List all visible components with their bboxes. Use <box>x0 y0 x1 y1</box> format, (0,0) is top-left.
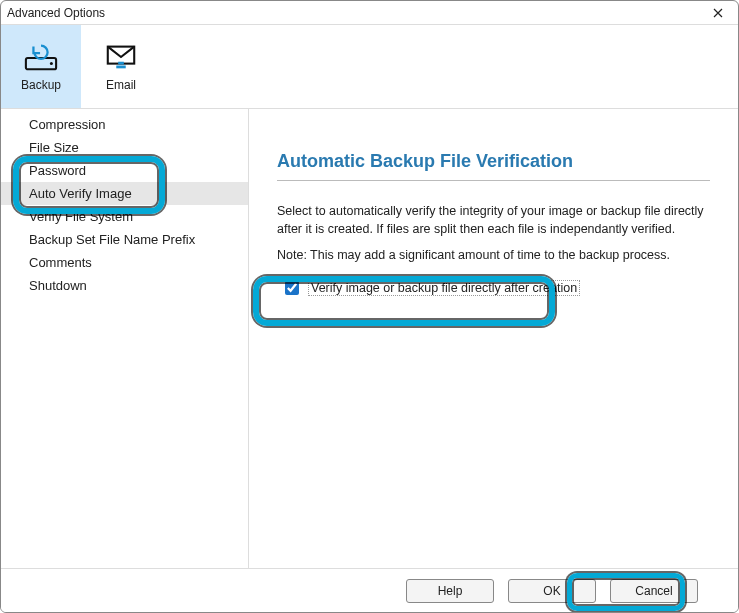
svg-rect-4 <box>116 65 125 68</box>
panel-heading: Automatic Backup File Verification <box>277 151 710 172</box>
verify-checkbox-label[interactable]: Verify image or backup file directly aft… <box>308 280 580 296</box>
settings-panel: Automatic Backup File Verification Selec… <box>249 109 738 568</box>
category-tabs: Backup Email <box>1 25 738 109</box>
verify-checkbox-row: Verify image or backup file directly aft… <box>277 276 710 300</box>
window-title: Advanced Options <box>7 6 704 20</box>
titlebar: Advanced Options <box>1 1 738 25</box>
sidebar-item-auto-verify-image[interactable]: Auto Verify Image <box>1 182 248 205</box>
sidebar-item-backup-set-file-name-prefix[interactable]: Backup Set File Name Prefix <box>1 228 248 251</box>
svg-point-1 <box>50 62 53 65</box>
svg-rect-3 <box>118 61 124 64</box>
panel-description: Select to automatically verify the integ… <box>277 203 710 238</box>
email-icon <box>104 42 138 72</box>
close-icon <box>713 8 723 18</box>
help-button[interactable]: Help <box>406 579 494 603</box>
sidebar: Compression File Size Password Auto Veri… <box>1 109 249 568</box>
backup-icon <box>24 42 58 72</box>
panel-note: Note: This may add a significant amount … <box>277 248 710 262</box>
sidebar-item-comments[interactable]: Comments <box>1 251 248 274</box>
verify-checkbox[interactable] <box>285 281 299 295</box>
sidebar-item-verify-file-system[interactable]: Verify File System <box>1 205 248 228</box>
tab-email[interactable]: Email <box>81 25 161 108</box>
cancel-button[interactable]: Cancel <box>610 579 698 603</box>
sidebar-item-password[interactable]: Password <box>1 159 248 182</box>
content-area: Compression File Size Password Auto Veri… <box>1 109 738 568</box>
panel-divider <box>277 180 710 181</box>
tab-backup-label: Backup <box>21 78 61 92</box>
sidebar-item-compression[interactable]: Compression <box>1 113 248 136</box>
tab-email-label: Email <box>106 78 136 92</box>
ok-button[interactable]: OK <box>508 579 596 603</box>
tab-backup[interactable]: Backup <box>1 25 81 108</box>
sidebar-item-shutdown[interactable]: Shutdown <box>1 274 248 297</box>
close-button[interactable] <box>704 3 732 23</box>
dialog-footer: Help OK Cancel <box>1 568 738 612</box>
sidebar-item-file-size[interactable]: File Size <box>1 136 248 159</box>
